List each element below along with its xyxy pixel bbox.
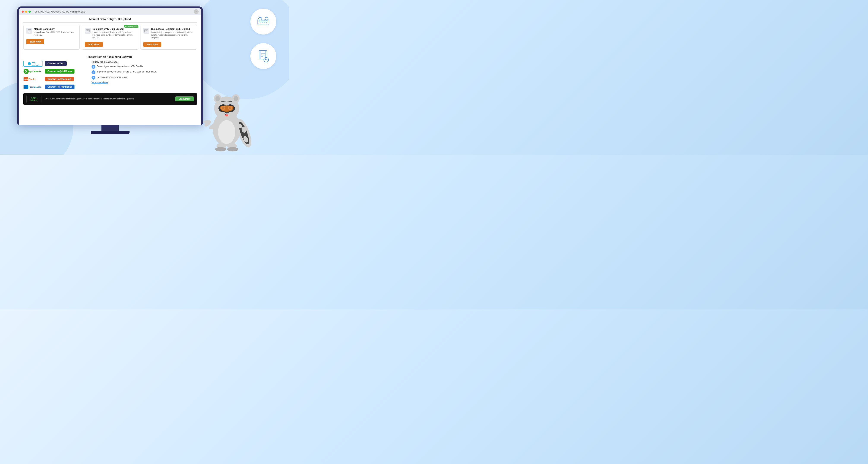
card-manual: Manual Data Entry Manually add Form 1099… [23,25,80,49]
step-text-1: Connect your accounting software to TaxB… [97,65,144,68]
svg-rect-1 [259,20,260,21]
monitor: Form 1099-NEC: How would you like to bri… [17,6,203,125]
svg-rect-9 [265,22,266,23]
svg-rect-32 [28,32,29,32]
accounting-section: Import from an Accounting Software x xer… [23,53,197,105]
svg-rect-6 [259,22,260,23]
card-recipient-title: Recipient Only Bulk Upload [92,28,135,30]
monitor-stand [17,125,203,134]
accounting-right: Follow the below steps: 1 Connect your a… [92,61,197,90]
svg-point-65 [234,96,238,101]
connect-fb-button[interactable]: Connect to FreshBooks [45,85,74,89]
view-instructions-link[interactable]: View Instructions [92,81,197,84]
card-business-start-button[interactable]: Start Now [143,42,161,47]
svg-point-60 [227,147,238,152]
svg-text:F: F [24,86,25,88]
monitor-neck [101,125,119,131]
svg-rect-29 [28,29,31,30]
card-manual-icon [26,28,32,34]
card-recipient-desc: Import the recipient details in bulk for… [92,31,135,39]
accounting-grid: x xeroconnect Connect to Xero [23,61,197,90]
svg-text:x: x [29,63,30,65]
qb-row: Q quickbooks Connect to QuickBooks [23,68,88,74]
step-1: 1 Connect your accounting software to Ta… [92,65,197,69]
sage-logo: Sage Intacct [26,95,41,103]
svg-rect-4 [265,20,266,21]
xero-row: x xeroconnect Connect to Xero [23,61,88,67]
monitor-wrap: Form 1099-NEC: How would you like to bri… [17,6,203,134]
accounting-section-title: Import from an Accounting Software [23,56,197,59]
svg-rect-31 [28,31,31,31]
qb-logo: Q quickbooks [23,68,43,74]
upload-cards: Manual Data Entry Manually add Form 1099… [23,25,197,49]
manual-section-title: Manual Data Entry/Bulk Upload [23,15,197,23]
card-manual-start-button[interactable]: Start Now [26,39,44,44]
svg-line-18 [265,17,266,18]
step-num-3: 3 [92,76,95,79]
accounting-left: x xeroconnect Connect to Xero [23,61,88,90]
dot-red [22,10,24,13]
sage-bar: Sage Intacct An exclusive partnership bu… [23,93,197,105]
card-recipient-start-button[interactable]: Start Now [85,42,102,47]
dialog-title: Form 1099-NEC: How would you like to bri… [34,10,192,13]
zoho-logo: Zoho Books [23,76,43,82]
svg-line-20 [267,17,267,18]
svg-line-17 [261,17,261,18]
step-num-2: 2 [92,70,95,74]
steps-title: Follow the below steps: [92,61,197,63]
raccoon-mascot [201,68,253,155]
connect-qb-button[interactable]: Connect to QuickBooks [45,69,74,73]
fb-logo: F FreshBooks [23,84,43,90]
dot-green [29,10,31,13]
card-recipient-icon: xlsx [85,28,91,34]
svg-point-77 [225,114,228,117]
keyboard-icon-circle [250,9,276,35]
step-3: 3 Review and transmit your return. [92,76,197,79]
svg-text:FreshBooks: FreshBooks [29,86,41,88]
svg-rect-30 [28,30,31,30]
svg-point-59 [215,147,226,152]
svg-point-49 [218,120,235,144]
card-business-title: Business & Recipient Bulk Upload [151,28,194,30]
connect-xero-button[interactable]: Connect to Xero [45,61,67,66]
svg-rect-2 [261,20,262,21]
fb-row: F FreshBooks Connect to FreshBooks [23,84,88,90]
learn-more-button[interactable]: Learn More [175,96,194,101]
card-business-desc: Import both the business and recipient d… [151,31,194,39]
svg-rect-10 [267,22,268,23]
card-business-icon: xlsx [143,28,149,34]
card-business-bulk: xlsx Business & Recipient Bulk Upload Im… [141,25,197,49]
card-manual-desc: Manually add Form 1099-NEC details for e… [34,31,77,36]
connect-zoho-button[interactable]: Connect to ZohoBooks [45,77,74,81]
close-button[interactable]: × [194,9,198,14]
svg-rect-5 [267,20,268,21]
svg-point-64 [215,96,220,101]
card-recipient-bulk: Recommended xlsx Recipient Only Bulk Upl… [82,25,138,49]
card-manual-title: Manual Data Entry [34,28,77,30]
zoho-row: Zoho Books Connect to ZohoBooks [23,76,88,82]
monitor-base [91,131,129,134]
step-num-1: 1 [92,65,95,69]
svg-rect-7 [261,22,262,23]
svg-text:Zoho: Zoho [24,78,29,80]
recommended-badge: Recommended [124,25,138,28]
sage-description: An exclusive partnership built with Sage… [44,98,172,100]
svg-text:xlsx: xlsx [145,30,148,32]
step-2: 2 Import the payer, vendors (recipient),… [92,70,197,74]
dialog-content: Manual Data Entry/Bulk Upload Manual Dat… [19,15,201,109]
monitor-screen: Form 1099-NEC: How would you like to bri… [19,8,201,125]
step-text-2: Import the payer, vendors (recipient), a… [97,70,157,73]
document-upload-icon-circle [250,43,276,69]
titlebar: Form 1099-NEC: How would you like to bri… [19,8,201,15]
svg-text:Q: Q [25,70,27,73]
svg-rect-3 [263,20,264,21]
svg-rect-8 [263,22,264,23]
xero-logo: x xeroconnect [23,61,43,67]
svg-text:xlsx: xlsx [87,30,89,32]
svg-text:quickbooks: quickbooks [29,70,41,73]
svg-text:Books: Books [29,78,36,80]
svg-rect-79 [203,121,207,123]
dot-yellow [25,10,27,13]
step-text-3: Review and transmit your return. [97,76,128,79]
